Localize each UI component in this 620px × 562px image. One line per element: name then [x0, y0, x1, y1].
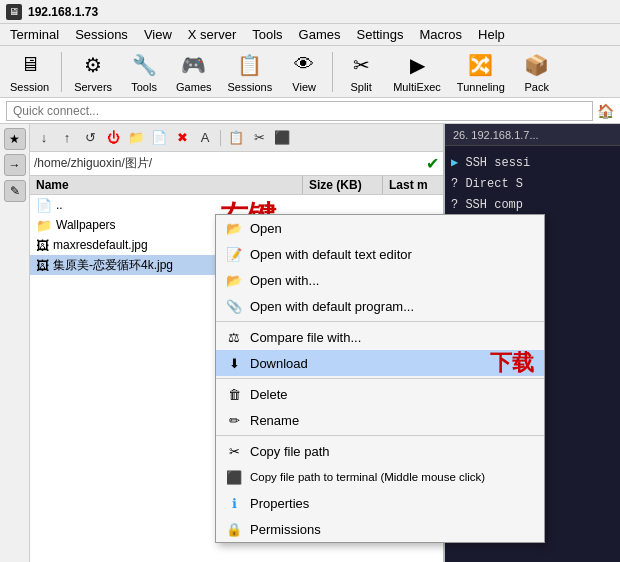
toolbar-multiexec[interactable]: ▶ MultiExec [387, 49, 447, 95]
toolbar-sessions[interactable]: 📋 Sessions [222, 49, 279, 95]
toolbar: 🖥 Session ⚙ Servers 🔧 Tools 🎮 Games 📋 Se… [0, 46, 620, 98]
ctx-copy-path-terminal-label: Copy file path to terminal (Middle mouse… [250, 471, 534, 483]
menu-bar: Terminal Sessions View X server Tools Ga… [0, 24, 620, 46]
menu-settings[interactable]: Settings [351, 26, 410, 43]
ctx-open-with[interactable]: 📂 Open with... [216, 267, 544, 293]
tunneling-label: Tunneling [457, 81, 505, 93]
toolbar-servers[interactable]: ⚙ Servers [68, 49, 118, 95]
pack-icon: 📦 [523, 51, 551, 79]
home-icon: 🏠 [597, 103, 614, 119]
toolbar-split[interactable]: ✂ Split [339, 49, 383, 95]
ctx-open-default-label: Open with default program... [250, 299, 534, 314]
sessions-label: Sessions [228, 81, 273, 93]
view-label: View [292, 81, 316, 93]
terminal-tab-label: 26. 192.168.1.7... [453, 129, 539, 141]
tunneling-icon: 🔀 [467, 51, 495, 79]
btn-upload-arrow[interactable]: ↑ [57, 128, 77, 148]
term-text-1: ? Direct S [451, 177, 523, 191]
btn-refresh[interactable]: ↺ [80, 128, 100, 148]
toolbar-tunneling[interactable]: 🔀 Tunneling [451, 49, 511, 95]
btn-text[interactable]: A [195, 128, 215, 148]
toolbar-games[interactable]: 🎮 Games [170, 49, 217, 95]
path-ok-icon: ✔ [426, 154, 439, 173]
copy-path-terminal-icon: ⬛ [226, 469, 242, 485]
menu-xserver[interactable]: X server [182, 26, 242, 43]
menu-tools[interactable]: Tools [246, 26, 288, 43]
menu-help[interactable]: Help [472, 26, 511, 43]
toolbar-view[interactable]: 👁 View [282, 49, 326, 95]
ctx-open-text-label: Open with default text editor [250, 247, 534, 262]
rename-icon: ✏ [226, 412, 242, 428]
ctx-open-default[interactable]: 📎 Open with default program... [216, 293, 544, 319]
open-default-icon: 📎 [226, 298, 242, 314]
ctx-properties[interactable]: ℹ Properties [216, 490, 544, 516]
col-date[interactable]: Last m [383, 176, 443, 194]
title-text: 192.168.1.73 [28, 5, 98, 19]
toolbar-tools[interactable]: 🔧 Tools [122, 49, 166, 95]
term-line-0: ▶ SSH sessi [451, 154, 614, 173]
games-label: Games [176, 81, 211, 93]
toolbar-sep-2 [332, 52, 333, 92]
sidebar-pencil[interactable]: ✎ [4, 180, 26, 202]
ctx-download[interactable]: ⬇ Download 下载 [216, 350, 544, 376]
col-size[interactable]: Size (KB) [303, 176, 383, 194]
file-row-parent[interactable]: 📄 .. [30, 195, 443, 215]
btn-clipboard[interactable]: 📋 [226, 128, 246, 148]
menu-terminal[interactable]: Terminal [4, 26, 65, 43]
btn-delete[interactable]: ✖ [172, 128, 192, 148]
split-icon: ✂ [347, 51, 375, 79]
pack-label: Pack [525, 81, 549, 93]
sidebar-strip: ★ → ✎ [0, 124, 30, 562]
ctx-delete-label: Delete [250, 387, 534, 402]
ctx-delete[interactable]: 🗑 Delete [216, 381, 544, 407]
ctx-copy-path-label: Copy file path [250, 444, 534, 459]
terminal-tab[interactable]: 26. 192.168.1.7... [445, 124, 620, 146]
ctx-rename[interactable]: ✏ Rename [216, 407, 544, 433]
ctx-compare[interactable]: ⚖ Compare file with... [216, 324, 544, 350]
col-name[interactable]: Name [30, 176, 303, 194]
menu-macros[interactable]: Macros [413, 26, 468, 43]
tools-icon: 🔧 [130, 51, 158, 79]
context-menu: 📂 Open 📝 Open with default text editor 📂… [215, 214, 545, 543]
ctx-permissions[interactable]: 🔒 Permissions [216, 516, 544, 542]
sidebar-star[interactable]: ★ [4, 128, 26, 150]
view-icon: 👁 [290, 51, 318, 79]
menu-sessions[interactable]: Sessions [69, 26, 134, 43]
file-icon-wallpapers: 📁 [36, 218, 52, 233]
multiexec-label: MultiExec [393, 81, 441, 93]
menu-view[interactable]: View [138, 26, 178, 43]
download-sublabel: 下载 [490, 348, 534, 378]
sidebar-arrow[interactable]: → [4, 154, 26, 176]
file-list-header: Name Size (KB) Last m [30, 176, 443, 195]
toolbar-sep-1 [61, 52, 62, 92]
delete-icon: 🗑 [226, 386, 242, 402]
quick-connect-input[interactable] [6, 101, 593, 121]
btn-power[interactable]: ⏻ [103, 128, 123, 148]
left-panel: ★ → ✎ ↓ ↑ ↺ ⏻ 📁 📄 ✖ A 📋 ✂ ⬛ [0, 124, 445, 562]
quick-connect-bar: 🏠 [0, 98, 620, 124]
term-prompt-0: ▶ [451, 156, 458, 170]
servers-icon: ⚙ [79, 51, 107, 79]
app-icon: 🖥 [6, 4, 22, 20]
toolbar-pack[interactable]: 📦 Pack [515, 49, 559, 95]
download-icon: ⬇ [226, 355, 242, 371]
btn-new-file[interactable]: 📄 [149, 128, 169, 148]
file-toolbar: ↓ ↑ ↺ ⏻ 📁 📄 ✖ A 📋 ✂ ⬛ [30, 124, 443, 152]
ctx-copy-path[interactable]: ✂ Copy file path [216, 438, 544, 464]
ctx-sep-1 [216, 321, 544, 322]
file-name-parent: 📄 .. [30, 198, 303, 213]
ctx-copy-path-terminal[interactable]: ⬛ Copy file path to terminal (Middle mou… [216, 464, 544, 490]
permissions-icon: 🔒 [226, 521, 242, 537]
btn-download-arrow[interactable]: ↓ [34, 128, 54, 148]
btn-square[interactable]: ⬛ [272, 128, 292, 148]
title-bar: 🖥 192.168.1.73 [0, 0, 620, 24]
split-label: Split [350, 81, 371, 93]
toolbar-session[interactable]: 🖥 Session [4, 49, 55, 95]
ctx-open[interactable]: 📂 Open [216, 215, 544, 241]
multiexec-icon: ▶ [403, 51, 431, 79]
ctx-open-text[interactable]: 📝 Open with default text editor [216, 241, 544, 267]
btn-scissors[interactable]: ✂ [249, 128, 269, 148]
term-text-2: ? SSH comp [451, 198, 523, 212]
btn-folder[interactable]: 📁 [126, 128, 146, 148]
menu-games[interactable]: Games [293, 26, 347, 43]
